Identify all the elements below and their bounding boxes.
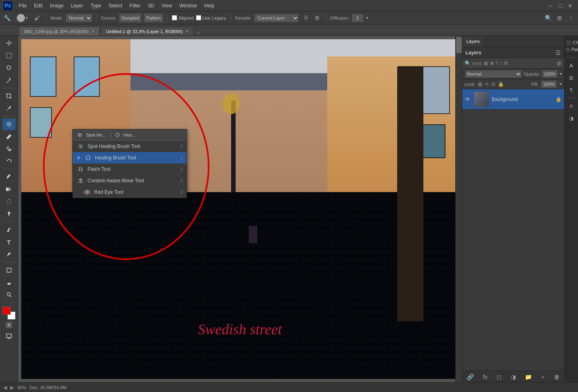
- tab-untitled1[interactable]: Untitled-1 @ 33,3% (Layer 1, RGB/8#) ✕: [101, 27, 194, 36]
- table-icon[interactable]: ⊞: [566, 72, 577, 83]
- menu-select[interactable]: Select: [105, 2, 125, 10]
- clone-stamp-tool[interactable]: [2, 143, 16, 155]
- scroll-thumb[interactable]: [456, 37, 462, 53]
- zoom-tool[interactable]: [2, 289, 16, 300]
- magic-wand-tool[interactable]: [2, 74, 16, 86]
- adjustment-filter-icon[interactable]: ◑: [490, 60, 494, 66]
- brush-tool[interactable]: [2, 131, 16, 142]
- aligned-label[interactable]: Aligned: [172, 15, 193, 20]
- tool-preset-icon[interactable]: 🔧: [2, 13, 11, 22]
- menu-edit[interactable]: Edit: [31, 2, 46, 10]
- opacity-input[interactable]: 100%: [542, 70, 558, 78]
- text-tool-icon[interactable]: A: [566, 60, 577, 71]
- menu-type[interactable]: Type: [87, 2, 104, 10]
- patch-tool-item[interactable]: Patch Tool J: [73, 164, 187, 175]
- canvas-scrollbar[interactable]: [455, 36, 462, 382]
- diffusion-input[interactable]: 5: [351, 13, 364, 22]
- menu-filter[interactable]: Filter: [126, 2, 144, 10]
- zoom-icon[interactable]: 🔍: [544, 13, 553, 22]
- gradient-tool[interactable]: [2, 184, 16, 195]
- brush-icon[interactable]: ▾: [14, 13, 30, 22]
- sample-all-icon[interactable]: ☰: [301, 13, 310, 22]
- aligned-checkbox[interactable]: [172, 15, 177, 20]
- char-style-icon[interactable]: A: [566, 101, 577, 111]
- pattern-btn[interactable]: Pattern: [144, 13, 163, 22]
- blend-mode-dropdown[interactable]: Normal: [465, 70, 522, 78]
- mode-dropdown[interactable]: Normal: [65, 13, 92, 22]
- layers-tab[interactable]: Layers: [462, 36, 484, 47]
- lock-pixels-icon[interactable]: ▦: [478, 81, 482, 87]
- color-swatches[interactable]: [2, 307, 16, 320]
- canvas-image[interactable]: Swedish street: [21, 39, 459, 379]
- dodge-tool[interactable]: [2, 208, 16, 220]
- blur-tool[interactable]: [2, 196, 16, 207]
- type-tool[interactable]: T: [2, 236, 16, 248]
- layer-link-btn[interactable]: 🔗: [464, 373, 476, 381]
- layer-adjustment-btn[interactable]: ◑: [508, 373, 518, 381]
- layer-item-background[interactable]: 👁 Background 🔒: [462, 89, 564, 110]
- menu-help[interactable]: Help: [201, 2, 218, 10]
- red-eye-tool-item[interactable]: Red Eye Tool J: [73, 186, 187, 198]
- lasso-tool[interactable]: [2, 62, 16, 74]
- screen-mode-btn[interactable]: [2, 330, 16, 342]
- layer-delete-btn[interactable]: 🗑: [551, 373, 562, 381]
- adjust-icon[interactable]: ⚙: [313, 13, 322, 22]
- sample-dropdown[interactable]: Current Layer: [254, 13, 299, 22]
- tab-img1299[interactable]: IMG_1299.jpg @ 30% (RGB/8#) ✕: [19, 27, 100, 36]
- use-legacy-checkbox[interactable]: [196, 15, 201, 20]
- paragraph-icon[interactable]: ¶: [566, 85, 577, 95]
- healing-brush-tool[interactable]: [2, 119, 16, 130]
- layers-menu-btn[interactable]: ☰: [556, 49, 561, 56]
- eyedropper-tool[interactable]: [2, 103, 16, 114]
- opacity-arrow[interactable]: ▾: [560, 72, 562, 76]
- lock-all-icon[interactable]: 🔒: [498, 81, 504, 87]
- smartobj-filter-icon[interactable]: ⊠: [504, 60, 508, 66]
- quick-mask-btn[interactable]: [6, 322, 12, 328]
- shape-tool[interactable]: [2, 264, 16, 276]
- pixel-filter-icon[interactable]: ▦: [484, 60, 488, 66]
- menu-3d[interactable]: 3D: [144, 2, 157, 10]
- lock-position-icon[interactable]: ✛: [485, 81, 489, 87]
- menu-window[interactable]: Window: [176, 2, 200, 10]
- nav-next[interactable]: ▶: [10, 385, 14, 390]
- pen-tool[interactable]: [2, 224, 16, 235]
- type-filter-icon[interactable]: T: [495, 60, 498, 66]
- arrange-icon[interactable]: ⊞: [555, 13, 564, 22]
- move-tool[interactable]: [2, 38, 16, 49]
- diffusion-arrow[interactable]: ▾: [366, 16, 368, 20]
- crop-tool[interactable]: [2, 90, 16, 102]
- history-brush-tool[interactable]: [2, 155, 16, 167]
- path-selection-tool[interactable]: [2, 249, 16, 260]
- paths-btn[interactable]: ⬡ Paths: [565, 46, 578, 53]
- tab-close-img1299[interactable]: ✕: [91, 29, 94, 34]
- lock-artboard-icon[interactable]: ⊞: [491, 81, 495, 87]
- brush-settings-icon[interactable]: 🖌: [33, 13, 42, 22]
- hand-tool[interactable]: [2, 277, 16, 288]
- eraser-tool[interactable]: [2, 171, 16, 183]
- fill-input[interactable]: 100%: [541, 80, 557, 88]
- layer-folder-btn[interactable]: 📁: [522, 373, 534, 381]
- menu-image[interactable]: Image: [47, 2, 67, 10]
- layer-visibility-icon[interactable]: 👁: [465, 96, 471, 103]
- menu-file[interactable]: File: [16, 2, 30, 10]
- nav-prev[interactable]: ◀: [3, 385, 7, 390]
- expand-tabs-btn[interactable]: »: [195, 30, 202, 36]
- use-legacy-label[interactable]: Use Legacy: [196, 15, 226, 20]
- menu-layer[interactable]: Layer: [67, 2, 86, 10]
- color-wheel-icon[interactable]: ◑: [566, 113, 577, 123]
- share-icon[interactable]: ↑: [567, 13, 576, 22]
- shape-filter-icon[interactable]: □: [500, 60, 503, 66]
- layer-mask-btn[interactable]: ◻: [494, 373, 504, 381]
- filter-toggle[interactable]: ⊘: [557, 60, 562, 67]
- fill-arrow[interactable]: ▾: [560, 82, 562, 86]
- sampled-btn[interactable]: Sampled: [119, 13, 142, 22]
- minimize-icon[interactable]: ─: [546, 1, 555, 10]
- menu-view[interactable]: View: [158, 2, 175, 10]
- layer-fx-btn[interactable]: fx: [481, 373, 490, 381]
- close-icon[interactable]: ✕: [566, 1, 575, 10]
- channels-btn[interactable]: ⬛ Channels: [565, 39, 578, 46]
- foreground-color[interactable]: [2, 307, 11, 315]
- spot-healing-brush-item[interactable]: Spot Healing Brush Tool J: [73, 141, 187, 152]
- tab-close-untitled1[interactable]: ✕: [185, 29, 189, 34]
- restore-icon[interactable]: □: [556, 1, 565, 10]
